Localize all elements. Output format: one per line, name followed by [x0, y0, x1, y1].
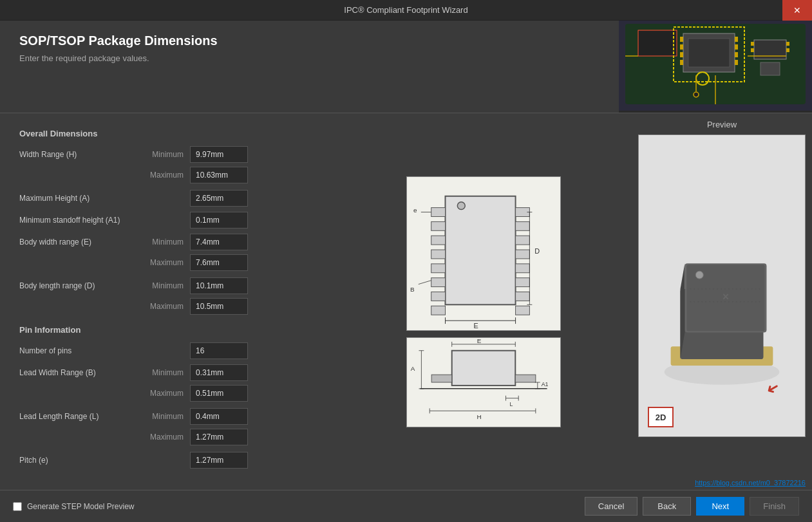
num-pins-label: Number of pins [19, 346, 148, 355]
svg-rect-10 [735, 37, 738, 42]
svg-text:×: × [722, 290, 729, 303]
max-height-label: Maximum Height (A) [19, 194, 148, 203]
svg-rect-34 [431, 277, 445, 286]
lead-width-group: Lead Width Range (B) Minimum Maximum [19, 364, 316, 402]
svg-rect-7 [680, 44, 683, 50]
lead-width-min-input[interactable] [190, 364, 248, 381]
pitch-input[interactable] [190, 452, 248, 469]
svg-rect-30 [431, 221, 445, 230]
title-bar-text: IPC® Compliant Footprint Wizard [344, 5, 467, 15]
body-length-max-row: Maximum [19, 298, 316, 315]
close-button[interactable]: ✕ [782, 0, 812, 21]
svg-rect-21 [786, 48, 789, 52]
lead-width-min-row: Lead Width Range (B) Minimum [19, 364, 316, 381]
preview-panel: Preview [632, 113, 812, 490]
svg-rect-35 [431, 292, 445, 301]
svg-rect-27 [445, 196, 515, 304]
lead-length-min-row: Lead Length Range (L) Minimum [19, 408, 316, 425]
svg-rect-5 [688, 39, 730, 67]
svg-point-97 [695, 271, 703, 279]
body-width-min-input[interactable] [190, 234, 248, 250]
body-length-group: Body length range (D) Minimum Maximum [19, 277, 316, 315]
bottom-bar: Generate STEP Model Preview Cancel Back … [0, 490, 812, 522]
svg-rect-38 [515, 221, 529, 230]
lead-length-max-input[interactable] [190, 429, 248, 445]
svg-rect-41 [515, 263, 529, 272]
overall-dimensions-label: Overall Dimensions [19, 129, 316, 138]
svg-rect-36 [431, 306, 445, 315]
header-area: SOP/TSOP Package Dimensions Enter the re… [0, 21, 812, 113]
lead-length-max-label: Maximum [148, 433, 190, 442]
body-width-max-input[interactable] [190, 254, 248, 271]
svg-rect-12 [735, 52, 738, 57]
lead-length-label: Lead Length Range (L) [19, 412, 148, 421]
back-button[interactable]: Back [643, 497, 691, 516]
svg-text:A1: A1 [541, 380, 548, 387]
body-length-label: Body length range (D) [19, 281, 148, 290]
width-range-group: Width Range (H) Minimum Maximum [19, 146, 316, 183]
generate-step-checkbox[interactable] [13, 502, 22, 511]
lead-width-label: Lead Width Range (B) [19, 368, 148, 377]
max-height-input[interactable] [190, 190, 248, 207]
body-width-label: Body width range (E) [19, 238, 148, 247]
min-standoff-input[interactable] [190, 212, 248, 228]
svg-line-56 [418, 280, 431, 284]
body-width-max-row: Maximum [19, 254, 316, 271]
body-length-min-row: Body length range (D) Minimum [19, 277, 316, 294]
pin-information-label: Pin Information [19, 325, 316, 335]
min-standoff-label: Minimum standoff height (A1) [19, 216, 148, 225]
top-view-diagram: E e D B [406, 176, 561, 331]
svg-rect-44 [515, 306, 529, 315]
lead-length-max-row: Maximum [19, 429, 316, 445]
preview-2d-button[interactable]: 2D [648, 407, 674, 427]
svg-text:H: H [477, 413, 481, 420]
width-range-label: Width Range (H) [19, 150, 148, 159]
lead-length-min-input[interactable] [190, 408, 248, 425]
diagram-panel: E e D B [335, 113, 632, 490]
width-min-input[interactable] [190, 146, 248, 163]
url-watermark: https://blog.csdn.net/m0_37872216 [695, 479, 806, 487]
pitch-group: Pitch (e) [19, 452, 316, 469]
width-min-label: Minimum [148, 150, 190, 159]
cancel-button[interactable]: Cancel [585, 497, 637, 516]
svg-rect-13 [735, 60, 738, 65]
width-max-label: Maximum [148, 171, 190, 180]
header-image [619, 21, 812, 113]
generate-step-label: Generate STEP Model Preview [27, 502, 135, 511]
pitch-label: Pitch (e) [19, 456, 148, 465]
lead-length-min-label: Minimum [148, 412, 190, 421]
body-width-min-label: Minimum [148, 238, 190, 247]
svg-rect-19 [751, 48, 754, 52]
svg-rect-39 [515, 236, 529, 245]
svg-rect-18 [751, 42, 754, 46]
body-area: Overall Dimensions Width Range (H) Minim… [0, 113, 812, 490]
svg-rect-40 [515, 250, 529, 259]
svg-point-28 [457, 201, 465, 209]
svg-rect-11 [735, 44, 738, 50]
svg-rect-57 [451, 350, 515, 385]
body-length-min-input[interactable] [190, 277, 248, 294]
finish-button[interactable]: Finish [750, 497, 799, 516]
lead-width-max-input[interactable] [190, 385, 248, 402]
form-panel: Overall Dimensions Width Range (H) Minim… [0, 113, 335, 490]
header-title: SOP/TSOP Package Dimensions [19, 33, 600, 48]
num-pins-input[interactable] [190, 342, 248, 359]
header-subtitle: Enter the required package values. [19, 53, 600, 63]
svg-rect-6 [680, 37, 683, 42]
next-button[interactable]: Next [696, 497, 744, 516]
svg-rect-17 [760, 62, 780, 75]
body-length-max-input[interactable] [190, 298, 248, 315]
lead-length-group: Lead Length Range (L) Minimum Maximum [19, 408, 316, 445]
svg-rect-20 [786, 42, 789, 46]
generate-step-checkbox-label[interactable]: Generate STEP Model Preview [13, 502, 135, 511]
svg-text:B: B [410, 286, 414, 293]
svg-rect-33 [431, 263, 445, 272]
width-max-input[interactable] [190, 167, 248, 183]
chip-diagram: E e D B [406, 176, 561, 427]
width-max-row: Maximum [19, 167, 316, 183]
body-width-group: Body width range (E) Minimum Maximum [19, 234, 316, 271]
svg-rect-43 [515, 292, 529, 301]
preview-box: × 2D ➜ [638, 135, 806, 437]
svg-rect-8 [680, 52, 683, 57]
svg-rect-31 [431, 236, 445, 245]
